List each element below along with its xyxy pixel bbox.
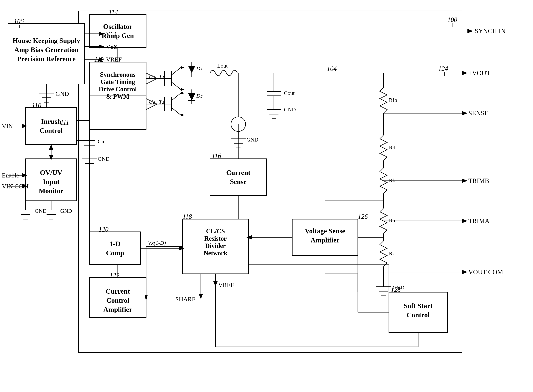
svg-text:Control: Control <box>40 127 63 134</box>
svg-line-74 <box>172 68 181 75</box>
svg-text:106: 106 <box>14 18 24 25</box>
svg-text:Ra: Ra <box>389 217 395 224</box>
svg-marker-128 <box>462 219 468 223</box>
svg-text:Drive Control: Drive Control <box>99 86 137 93</box>
svg-text:Soft Start: Soft Start <box>404 302 433 310</box>
svg-text:Rfb: Rfb <box>389 97 397 103</box>
diagram: House Keeping Supply Amp Bias Generation… <box>0 0 533 392</box>
svg-text:SHARE: SHARE <box>175 296 196 303</box>
svg-text:Amplifier: Amplifier <box>103 306 132 313</box>
svg-text:GND: GND <box>56 90 69 97</box>
svg-text:118: 118 <box>182 213 192 220</box>
svg-text:GND: GND <box>393 285 404 290</box>
svg-text:114: 114 <box>109 8 118 16</box>
svg-text:Control: Control <box>106 297 129 304</box>
svg-text:124: 124 <box>438 65 448 72</box>
svg-marker-88 <box>188 66 195 73</box>
svg-text:Inrush: Inrush <box>41 118 61 125</box>
svg-text:D₂: D₂ <box>196 93 203 99</box>
svg-line-82 <box>172 93 181 100</box>
svg-text:OV/UV: OV/UV <box>40 169 62 176</box>
svg-marker-85 <box>181 114 184 117</box>
svg-marker-108 <box>462 71 468 75</box>
svg-marker-77 <box>181 88 184 91</box>
svg-text:GND: GND <box>98 156 110 162</box>
svg-rect-1 <box>8 24 85 84</box>
svg-text:Gate Timing: Gate Timing <box>101 78 135 85</box>
svg-marker-76 <box>181 66 184 69</box>
svg-text:VREF: VREF <box>106 56 122 63</box>
svg-line-75 <box>172 82 181 89</box>
svg-text:D₁: D₁ <box>196 65 202 71</box>
svg-text:VCC: VCC <box>106 30 119 37</box>
svg-text:Cout: Cout <box>284 90 295 96</box>
svg-text:U₁: U₁ <box>149 73 155 79</box>
svg-text:TRIMB: TRIMB <box>468 177 489 184</box>
svg-marker-219 <box>199 294 203 299</box>
svg-text:SENSE: SENSE <box>468 110 488 117</box>
svg-text:& PWM: & PWM <box>106 93 129 100</box>
svg-text:Sense: Sense <box>230 178 247 186</box>
svg-text:Rc: Rc <box>389 250 395 256</box>
svg-text:120: 120 <box>98 226 108 233</box>
svg-text:1-D: 1-D <box>110 240 120 247</box>
svg-text:GND: GND <box>284 107 296 112</box>
svg-text:Lout: Lout <box>217 63 228 69</box>
svg-text:116: 116 <box>212 152 221 159</box>
svg-marker-84 <box>181 92 184 95</box>
svg-text:Network: Network <box>204 250 228 257</box>
svg-text:GND: GND <box>35 208 47 214</box>
svg-text:VIN: VIN <box>2 123 13 130</box>
svg-text:Resistor: Resistor <box>204 235 227 242</box>
svg-marker-133 <box>462 270 468 274</box>
svg-text:GND: GND <box>247 137 258 143</box>
svg-text:Vx(1-D): Vx(1-D) <box>148 240 166 246</box>
svg-marker-114 <box>462 111 468 115</box>
svg-text:Oscillator: Oscillator <box>103 23 133 30</box>
svg-marker-92 <box>188 93 195 100</box>
svg-text:VOUT COM: VOUT COM <box>468 268 503 276</box>
svg-text:Enable: Enable <box>2 172 19 179</box>
svg-text:House Keeping Supply: House Keeping Supply <box>13 37 80 44</box>
svg-text:SYNCH IN: SYNCH IN <box>475 27 506 35</box>
svg-text:Comp: Comp <box>106 249 124 257</box>
svg-text:T₂: T₂ <box>159 99 164 105</box>
svg-text:Synchronous: Synchronous <box>100 71 136 78</box>
svg-text:GND: GND <box>60 208 72 214</box>
svg-text:Rd: Rd <box>389 145 395 150</box>
svg-text:Control: Control <box>407 311 430 319</box>
svg-text:VIN COM: VIN COM <box>2 183 28 190</box>
svg-text:104: 104 <box>327 65 337 72</box>
svg-marker-122 <box>462 179 468 183</box>
svg-text:U₂: U₂ <box>149 99 155 105</box>
svg-text:VREF: VREF <box>218 281 234 288</box>
svg-text:TRIMA: TRIMA <box>468 217 490 224</box>
svg-text:Input: Input <box>43 178 60 186</box>
svg-text:T₁: T₁ <box>159 73 164 79</box>
svg-text:Precision Reference: Precision Reference <box>17 55 76 63</box>
svg-text:Cin: Cin <box>98 138 106 145</box>
svg-rect-20 <box>210 159 266 195</box>
svg-text:CL/CS: CL/CS <box>206 228 225 235</box>
svg-text:100: 100 <box>447 16 457 23</box>
svg-text:Divider: Divider <box>205 242 226 249</box>
svg-text:111: 111 <box>60 119 69 126</box>
circuit-diagram: House Keeping Supply Amp Bias Generation… <box>0 0 533 392</box>
svg-text:126: 126 <box>358 213 368 220</box>
svg-marker-62 <box>468 29 473 33</box>
svg-text:Voltage Sense: Voltage Sense <box>305 227 345 235</box>
svg-text:Amplifier: Amplifier <box>311 236 339 244</box>
svg-text:+VOUT: +VOUT <box>468 69 490 77</box>
svg-text:Amp Bias Generation: Amp Bias Generation <box>14 46 79 53</box>
svg-text:Monitor: Monitor <box>39 187 63 195</box>
svg-text:Current: Current <box>106 287 130 295</box>
svg-text:VSS: VSS <box>106 43 117 50</box>
svg-rect-23 <box>89 232 140 265</box>
svg-text:Current: Current <box>226 169 251 176</box>
svg-text:Rb: Rb <box>389 177 395 183</box>
svg-line-83 <box>172 108 181 115</box>
